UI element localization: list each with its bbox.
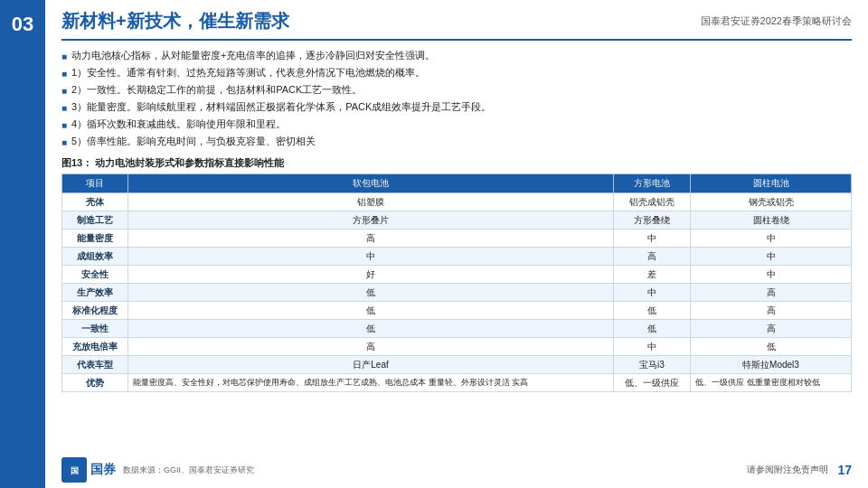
cell-3-0: 中 (128, 248, 614, 266)
cell-9-1: 宝马i3 (613, 356, 690, 374)
bullet-text-3: 3）能量密度。影响续航里程，材料端固然正极据着化学体系，PACK成组效率提升是工… (71, 99, 491, 115)
row-label-8: 充放电倍率 (62, 338, 128, 356)
cell-6-2: 高 (691, 302, 852, 320)
row-label-9: 代表车型 (62, 356, 128, 374)
table-row: 代表车型日产Leaf宝马i3特斯拉Model3 (62, 356, 852, 374)
comparison-table: 项目 软包电池 方形电池 圆柱电池 壳体铝塑膜铝壳成铝壳钢壳或铝壳制造工艺方形叠… (61, 174, 852, 392)
cell-7-2: 高 (691, 320, 852, 338)
cell-10-0: 能量密度高、安全性好，对电芯保护使用寿命、成组放生产工艺成熟、电池总成本 重量轻… (128, 374, 614, 392)
row-label-0: 壳体 (62, 193, 128, 211)
cell-10-2: 低、一级供应 低重量密度相对较低 (691, 374, 852, 392)
bullet-item-4: ■ 4）循环次数和衰减曲线。影响使用年限和里程。 (61, 117, 852, 132)
cell-1-1: 方形叠绕 (613, 211, 690, 230)
table-row: 生产效率低中高 (62, 284, 852, 302)
cell-5-2: 高 (691, 284, 852, 302)
main-content: 新材料+新技术，催生新需求 国泰君安证券2022春季策略研讨会 ■ 动力电池核心… (45, 0, 868, 488)
table-row: 充放电倍率高中低 (62, 338, 852, 356)
table-row: 安全性好差中 (62, 266, 852, 284)
page-number: 17 (837, 463, 852, 477)
col-header-3: 圆柱电池 (691, 174, 852, 193)
cell-4-2: 中 (691, 266, 852, 284)
logo-svg: 国 (64, 460, 84, 480)
bullet-item-3: ■ 3）能量密度。影响续航里程，材料端固然正极据着化学体系，PACK成组效率提升… (61, 99, 852, 115)
cell-0-0: 铝塑膜 (128, 193, 614, 211)
page-container: 03 新材料+新技术，催生新需求 国泰君安证券2022春季策略研讨会 ■ 动力电… (0, 0, 868, 488)
bullet-icon-0: ■ (61, 50, 67, 63)
cell-4-1: 差 (613, 266, 690, 284)
bullet-item-1: ■ 1）安全性。通常有针刺、过热充短路等测试，代表意外情况下电池燃烧的概率。 (61, 65, 852, 80)
row-label-2: 能量密度 (62, 230, 128, 248)
table-row: 优势能量密度高、安全性好，对电芯保护使用寿命、成组放生产工艺成熟、电池总成本 重… (62, 374, 852, 392)
cell-3-1: 高 (613, 248, 690, 266)
table-row: 制造工艺方形叠片方形叠绕圆柱卷绕 (62, 211, 852, 230)
bullet-text-1: 1）安全性。通常有针刺、过热充短路等测试，代表意外情况下电池燃烧的概率。 (71, 65, 425, 80)
cell-2-1: 中 (613, 230, 690, 248)
row-label-10: 优势 (62, 374, 128, 392)
table-header-row: 项目 软包电池 方形电池 圆柱电池 (62, 174, 852, 193)
page-footer: 国 国券 数据来源：GGII、国泰君安证券研究 请参阅附注免责声明 17 (61, 457, 852, 483)
bullet-item-5: ■ 5）倍率性能。影响充电时间，与负极克容量、密切相关 (61, 134, 852, 149)
row-label-7: 一致性 (62, 320, 128, 338)
col-header-2: 方形电池 (613, 174, 690, 193)
bullet-icon-5: ■ (61, 136, 67, 149)
footer-left: 国 国券 数据来源：GGII、国泰君安证券研究 (61, 457, 254, 483)
table-row: 能量密度高中中 (62, 230, 852, 248)
cell-8-1: 中 (613, 338, 690, 356)
cell-8-2: 低 (691, 338, 852, 356)
cell-0-1: 铝壳成铝壳 (613, 193, 690, 211)
cell-2-2: 中 (691, 230, 852, 248)
cell-5-0: 低 (128, 284, 614, 302)
section-number: 03 (12, 13, 33, 36)
col-header-1: 软包电池 (128, 174, 614, 193)
cell-1-0: 方形叠片 (128, 211, 614, 230)
bullet-text-4: 4）循环次数和衰减曲线。影响使用年限和里程。 (71, 117, 286, 132)
left-accent-bar: 03 (0, 0, 45, 488)
row-label-5: 生产效率 (62, 284, 128, 302)
cell-5-1: 中 (613, 284, 690, 302)
table-row: 成组效率中高中 (62, 248, 852, 266)
cell-10-1: 低、一级供应 (613, 374, 690, 392)
row-label-4: 安全性 (62, 266, 128, 284)
bullet-icon-3: ■ (61, 101, 67, 115)
row-label-6: 标准化程度 (62, 302, 128, 320)
table-caption: 图13： 动力电池封装形式和参数指标直接影响性能 (61, 156, 852, 170)
bullet-text-5: 5）倍率性能。影响充电时间，与负极克容量、密切相关 (71, 134, 316, 149)
cell-6-0: 低 (128, 302, 614, 320)
cell-9-0: 日产Leaf (128, 356, 614, 374)
logo-box: 国 国券 (61, 457, 116, 483)
bullet-item-2: ■ 2）一致性。长期稳定工作的前提，包括材料和PACK工艺一致性。 (61, 82, 852, 98)
cell-4-0: 好 (128, 266, 614, 284)
cell-6-1: 低 (613, 302, 690, 320)
table-row: 标准化程度低低高 (62, 302, 852, 320)
disclaimer-text: 请参阅附注免责声明 (747, 464, 828, 476)
cell-2-0: 高 (128, 230, 614, 248)
cell-9-2: 特斯拉Model3 (691, 356, 852, 374)
data-source: 数据来源：GGII、国泰君安证券研究 (123, 465, 254, 476)
row-label-3: 成组效率 (62, 248, 128, 266)
bullet-item-0: ■ 动力电池核心指标，从对能量密度+充电倍率的追捧，逐步冷静回归对安全性强调。 (61, 48, 852, 63)
cell-7-0: 低 (128, 320, 614, 338)
bullet-icon-2: ■ (61, 84, 67, 98)
bullet-icon-1: ■ (61, 67, 67, 80)
table-section: 图13： 动力电池封装形式和参数指标直接影响性能 项目 软包电池 方形电池 圆柱… (61, 156, 852, 392)
bullet-text-2: 2）一致性。长期稳定工作的前提，包括材料和PACK工艺一致性。 (71, 82, 362, 98)
row-label-1: 制造工艺 (62, 211, 128, 230)
footer-right: 请参阅附注免责声明 17 (747, 463, 852, 477)
svg-text:国: 国 (71, 466, 79, 475)
conference-label: 国泰君安证券2022春季策略研讨会 (701, 14, 852, 28)
bullet-icon-4: ■ (61, 118, 67, 132)
logo-text: 国券 (90, 462, 116, 478)
table-row: 壳体铝塑膜铝壳成铝壳钢壳或铝壳 (62, 193, 852, 211)
bullet-list: ■ 动力电池核心指标，从对能量密度+充电倍率的追捧，逐步冷静回归对安全性强调。 … (61, 48, 852, 149)
cell-0-2: 钢壳或铝壳 (691, 193, 852, 211)
cell-8-0: 高 (128, 338, 614, 356)
col-header-0: 项目 (62, 174, 128, 193)
cell-3-2: 中 (691, 248, 852, 266)
logo-icon: 国 (61, 457, 87, 483)
table-row: 一致性低低高 (62, 320, 852, 338)
cell-7-1: 低 (613, 320, 690, 338)
page-title: 新材料+新技术，催生新需求 (61, 9, 289, 33)
page-header: 新材料+新技术，催生新需求 国泰君安证券2022春季策略研讨会 (61, 9, 852, 41)
bullet-text-0: 动力电池核心指标，从对能量密度+充电倍率的追捧，逐步冷静回归对安全性强调。 (71, 48, 435, 63)
cell-1-2: 圆柱卷绕 (691, 211, 852, 230)
